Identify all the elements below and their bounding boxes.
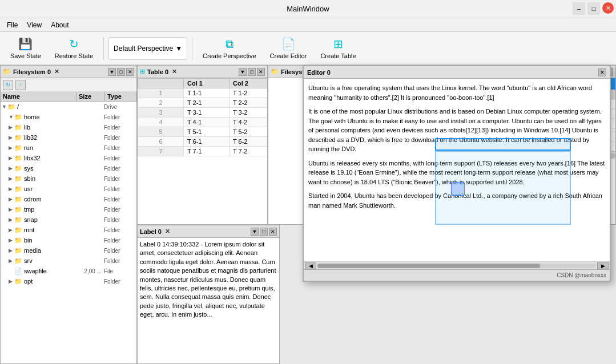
table-cell[interactable]: T 7-1 [184,147,230,156]
editor0-header: Editor 0 ✕ [304,66,610,79]
save-state-label: Save State [10,52,41,59]
label0-min-btn[interactable]: □ [260,228,268,236]
tree-type: Folder [104,186,135,192]
table-row[interactable]: 7T 7-1T 7-2T 7-3 [138,147,268,156]
tree-arrow: ▶ [9,155,14,161]
row-num: 3 [138,108,184,118]
label0-title: Label 0 [140,228,162,235]
tree-row[interactable]: ▶ 📁 bin Folder [1,235,136,245]
hscroll-left-btn[interactable]: ◀ [305,262,316,269]
table-cell[interactable]: T 1-2 [230,88,268,98]
table-row[interactable]: 3T 3-1T 3-2T 3-3T 3-4T 3-5 [138,108,268,118]
tree-row[interactable]: ▶ 📁 run Folder [1,143,136,153]
tree-type: Folder [104,155,135,161]
menu-about[interactable]: About [46,20,73,30]
tree-row[interactable]: ▶ 📁 sbin Folder [1,173,136,184]
tree-row[interactable]: ▶ 📁 lib32 Folder [1,132,136,143]
create-table-button[interactable]: ⊞ Create Table [315,35,361,62]
tree-row[interactable]: 📄 swapfile 2,00 ... File [1,266,136,276]
toolbar: 💾 Save State ↻ Restore State Default Per… [0,32,616,65]
tree-row[interactable]: ▶ 📁 mnt Folder [1,225,136,235]
editor0-content[interactable]: Ubuntu is a free operating system that u… [304,79,610,261]
tree-row[interactable]: ▶ 📁 media Folder [1,245,136,256]
tree-row[interactable]: ▶ 📁 sys Folder [1,163,136,173]
table-cell[interactable]: T 7-2 [230,147,268,156]
table-row[interactable]: 6T 6-1T 6-2T 6-3 [138,137,268,147]
hscroll-right-btn[interactable]: ▶ [597,262,609,269]
table-cell[interactable]: T 3-1 [184,108,230,118]
tree-row[interactable]: ▼ 📁 home Folder [1,112,136,122]
tree-type: Folder [104,165,135,172]
label0-close-btn[interactable]: ✕ [269,228,277,236]
table-cell[interactable]: T 2-2 [230,98,268,108]
tree-name: lib32 [24,134,75,141]
restore-state-button[interactable]: ↻ Restore State [49,35,99,62]
table-cell[interactable]: T 5-2 [230,127,268,137]
editor0-close-btn[interactable]: ✕ [598,68,606,76]
tree-icon: 📁 [14,196,22,203]
table-row[interactable]: 4T 4-1T 4-2T 4-3T 4-4T 4-5 [138,118,268,127]
table-cell[interactable]: T 3-2 [230,108,268,118]
create-editor-button[interactable]: 📄 Create Editor [264,35,313,62]
row-num: 1 [138,88,184,98]
fs0-up-btn[interactable]: ↑ [15,80,26,90]
table-cell[interactable]: T 6-1 [184,137,230,147]
fs0-menu-btn[interactable]: ▼ [108,68,116,76]
data-table: Col 1 Col 2 Col 3 Col 4 1T 1-1T 1-2T 1-3… [138,78,267,156]
tree-row[interactable]: ▶ 📁 snap Folder [1,215,136,225]
tree-row[interactable]: ▼ 📁 / Drive [1,102,136,112]
tree-row[interactable]: ▶ 📁 srv Folder [1,256,136,266]
tree-name: usr [24,185,75,192]
tree-icon: 📁 [14,175,22,183]
fs0-close-btn[interactable]: ✕ [126,68,134,76]
tree-row[interactable]: ▶ 📁 cdrom Folder [1,194,136,204]
table0-min-btn[interactable]: □ [248,68,256,76]
tree-icon: 📁 [14,257,22,265]
dropdown-icon: ▼ [175,45,182,52]
create-perspective-button[interactable]: ⧉ Create Perspective [197,35,262,62]
filesystem0-icon: 📁 [3,68,11,75]
tree-arrow: ▶ [9,145,14,151]
tree-icon: 📁 [14,227,22,234]
table-row[interactable]: 2T 2-1T 2-2T 2-3T 2-4T 2-5 [138,98,268,108]
fs0-min-btn[interactable]: □ [117,68,125,76]
tree-arrow: ▶ [9,258,14,264]
table-cell[interactable]: T 2-1 [184,98,230,108]
save-state-button[interactable]: 💾 Save State [5,35,47,62]
minimize-button[interactable]: – [573,2,585,15]
tree-arrow: ▶ [9,186,14,192]
table-row[interactable]: 1T 1-1T 1-2T 1-3T 1-4T 1-5 [138,88,268,98]
table0-content: Col 1 Col 2 Col 3 Col 4 1T 1-1T 1-2T 1-3… [138,78,267,224]
table-cell[interactable]: T 4-2 [230,118,268,127]
table0-menu-btn[interactable]: ▼ [239,68,247,76]
fs0-refresh-btn[interactable]: ↻ [3,80,13,90]
hscroll-thumb[interactable] [317,264,540,268]
table-cell[interactable]: T 4-1 [184,118,230,127]
tree-row[interactable]: ▶ 📁 lib Folder [1,122,136,132]
label0-menu-btn[interactable]: ▼ [251,228,259,236]
tree-name: tmp [24,206,75,213]
col-size: Size [77,92,105,101]
tree-row[interactable]: ▶ 📁 tmp Folder [1,204,136,215]
tree-row[interactable]: ▶ 📁 usr Folder [1,184,136,194]
default-perspective-button[interactable]: Default Perspective ▼ [108,37,187,60]
maximize-button[interactable]: □ [587,2,600,15]
tree-name: libx32 [24,155,75,161]
tree-row[interactable]: ▶ 📁 libx32 Folder [1,153,136,163]
tree-row[interactable]: ▶ 📁 opt Folder [1,276,136,286]
table0-close-btn[interactable]: ✕ [257,68,265,76]
table-cell[interactable]: T 6-2 [230,137,268,147]
editor0-statusbar: CSDN @maoboxxx [304,269,610,281]
tree-name: swapfile [24,268,75,274]
table-cell[interactable]: T 1-1 [184,88,230,98]
menu-view[interactable]: View [22,20,46,30]
row-num: 4 [138,118,184,127]
table-row[interactable]: 5T 5-1T 5-2T 5-3T 5-4 [138,127,268,137]
hscroll-track[interactable] [317,264,596,268]
close-button[interactable]: ✕ [602,2,614,14]
table-cell[interactable]: T 5-1 [184,127,230,137]
editor0-hscroll[interactable]: ◀ ▶ [304,261,610,269]
table0-panel: ⊞ Table 0 ✕ ▼ □ ✕ Col 1 [137,65,268,225]
menu-file[interactable]: File [2,20,22,30]
default-perspective-label: Default Perspective [114,45,173,52]
